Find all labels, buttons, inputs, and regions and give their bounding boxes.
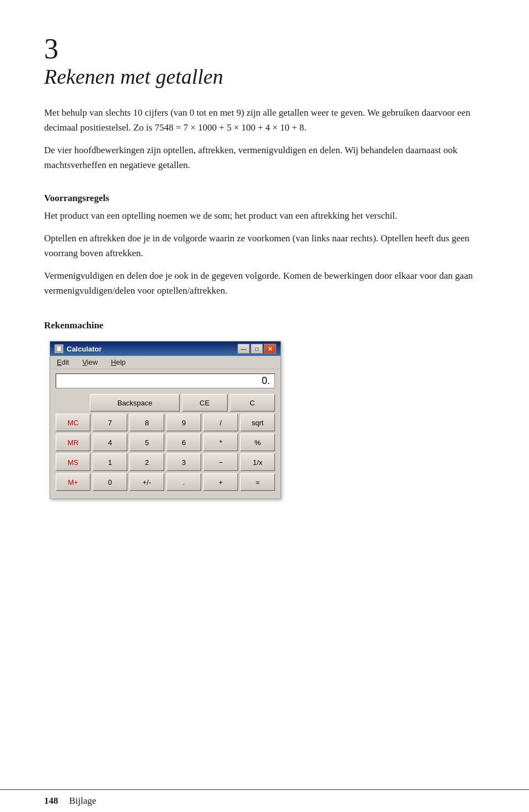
decimal-button[interactable]: .: [166, 473, 201, 491]
btn-2[interactable]: 2: [129, 453, 164, 471]
menu-edit[interactable]: Edit: [55, 357, 71, 367]
footer-label: Bijlage: [69, 795, 96, 806]
calculator-titlebar: 🖩 Calculator — □ ✕: [50, 342, 280, 356]
plusminus-button[interactable]: +/-: [129, 473, 164, 491]
c-button[interactable]: C: [230, 394, 275, 412]
calculator-menu: Edit View Help: [50, 356, 280, 369]
ms-button[interactable]: MS: [56, 453, 90, 471]
add-button[interactable]: +: [203, 473, 238, 491]
page-number: 148: [44, 795, 58, 806]
sqrt-button[interactable]: sqrt: [240, 414, 275, 431]
voorrangsregels-paragraph-2: Optellen en aftrekken doe je in de volgo…: [44, 231, 485, 261]
voorrangsregels-paragraph-3: Vermenigvuldigen en delen doe je ook in …: [44, 268, 485, 298]
chapter-number: 3: [44, 33, 485, 64]
btn-3[interactable]: 3: [166, 453, 201, 471]
percent-button[interactable]: %: [240, 434, 275, 451]
subtract-button[interactable]: −: [203, 453, 238, 471]
calculator-icon: 🖩: [55, 344, 63, 353]
section-heading-voorrangsregels: Voorrangsregels: [44, 193, 485, 204]
intro-paragraph-2: De vier hoofdbewerkingen zijn optellen, …: [44, 143, 485, 172]
btn-6[interactable]: 6: [166, 434, 201, 451]
btn-5[interactable]: 5: [129, 434, 164, 451]
mplus-button[interactable]: M+: [56, 473, 90, 491]
menu-view[interactable]: View: [80, 357, 100, 367]
titlebar-left: 🖩 Calculator: [55, 344, 102, 353]
calc-row-5: M+ 0 +/- . + =: [56, 473, 275, 491]
reciprocal-button[interactable]: 1/x: [240, 453, 275, 471]
mr-button[interactable]: MR: [56, 434, 90, 451]
calculator-buttons: Backspace CE C MC 7 8 9 / sqrt MR 4 5 6 …: [50, 391, 280, 499]
blank-btn[interactable]: [56, 394, 88, 412]
close-button[interactable]: ✕: [264, 344, 276, 354]
calc-row-2: MC 7 8 9 / sqrt: [56, 414, 275, 431]
page-footer: 148 Bijlage: [0, 789, 529, 812]
calc-row-3: MR 4 5 6 * %: [56, 434, 275, 451]
btn-9[interactable]: 9: [166, 414, 201, 431]
btn-0[interactable]: 0: [93, 473, 127, 491]
maximize-button[interactable]: □: [251, 344, 263, 354]
backspace-button[interactable]: Backspace: [90, 394, 180, 412]
ce-button[interactable]: CE: [182, 394, 227, 412]
btn-4[interactable]: 4: [93, 434, 127, 451]
calculator-display-area: 0.: [50, 369, 280, 391]
btn-8[interactable]: 8: [129, 414, 164, 431]
mc-button[interactable]: MC: [56, 414, 90, 431]
menu-help[interactable]: Help: [109, 357, 128, 367]
btn-7[interactable]: 7: [93, 414, 127, 431]
calc-row-1: Backspace CE C: [56, 394, 275, 412]
voorrangsregels-paragraph-1: Het product van een optelling noemen we …: [44, 208, 485, 223]
titlebar-buttons: — □ ✕: [237, 344, 276, 354]
calculator-window: 🖩 Calculator — □ ✕ Edit View Help 0. Bac…: [50, 341, 281, 499]
btn-1[interactable]: 1: [93, 453, 127, 471]
equals-button[interactable]: =: [240, 473, 275, 491]
multiply-button[interactable]: *: [203, 434, 238, 451]
chapter-title: Rekenen met getallen: [44, 64, 485, 90]
minimize-button[interactable]: —: [237, 344, 250, 354]
intro-paragraph-1: Met behulp van slechts 10 cijfers (van 0…: [44, 105, 485, 135]
section-heading-rekenmachine: Rekenmachine: [44, 320, 485, 331]
calc-row-4: MS 1 2 3 − 1/x: [56, 453, 275, 471]
divide-button[interactable]: /: [203, 414, 238, 431]
calculator-title: Calculator: [67, 345, 102, 353]
calculator-display: 0.: [56, 373, 275, 388]
